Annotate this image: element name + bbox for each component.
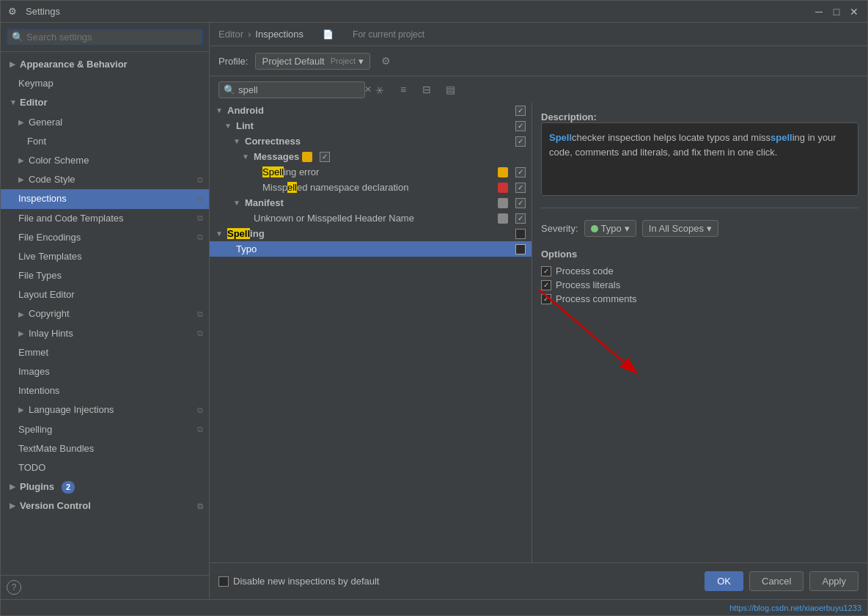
sidebar-search-wrapper[interactable]: 🔍 — [7, 29, 203, 45]
sidebar-item-lang-injections[interactable]: ▶ Language Injections ⧉ — [1, 400, 209, 419]
sidebar-item-label: Appearance & Behavior — [20, 58, 128, 71]
tree-checkbox[interactable] — [515, 106, 526, 116]
tree-checkbox[interactable] — [515, 213, 526, 224]
sidebar-item-color-scheme[interactable]: ▶ Color Scheme — [1, 151, 209, 170]
group-button[interactable]: ▤ — [441, 81, 459, 98]
sidebar-item-general[interactable]: ▶ General — [1, 113, 209, 132]
close-button[interactable]: ✕ — [848, 6, 860, 18]
option-item-process-comments: Process comments — [541, 292, 858, 306]
option-label-process-literals: Process literals — [556, 279, 620, 290]
copy-icon: ⧉ — [197, 175, 203, 186]
tree-checkbox[interactable] — [515, 136, 526, 147]
option-checkbox-process-comments[interactable] — [541, 294, 551, 304]
maximize-button[interactable]: □ — [831, 6, 842, 18]
sidebar-item-code-style[interactable]: ▶ Code Style ⧉ — [1, 170, 209, 189]
sidebar-item-appearance[interactable]: ▶ Appearance & Behavior — [1, 55, 209, 74]
tree-checkbox[interactable] — [515, 167, 526, 177]
tree-checkbox[interactable] — [515, 198, 526, 208]
tree-checkbox[interactable] — [320, 152, 330, 162]
sidebar-item-label: General — [29, 116, 62, 129]
cancel-button[interactable]: Cancel — [749, 571, 803, 591]
sidebar-item-label: Images — [18, 365, 50, 378]
minimize-button[interactable]: ─ — [813, 6, 825, 18]
sidebar-item-version-control[interactable]: ▶ Version Control ⧉ — [1, 496, 209, 516]
tree-item-messages[interactable]: ▼ Messages — [210, 149, 532, 164]
panels: ▼ Android ▼ Lint ▼ Correctness — [210, 103, 867, 562]
profile-label: Profile: — [218, 56, 248, 67]
tree-item-manifest[interactable]: ▼ Manifest — [210, 195, 532, 210]
filter-input[interactable] — [238, 84, 361, 95]
sidebar-item-textmate[interactable]: TextMate Bundles — [1, 439, 209, 458]
sidebar-item-layout-editor[interactable]: Layout Editor — [1, 285, 209, 304]
sidebar-item-inlay-hints[interactable]: ▶ Inlay Hints ⧉ — [1, 324, 209, 343]
sidebar-item-label: Inlay Hints — [29, 327, 73, 340]
sidebar-item-file-templates[interactable]: File and Code Templates ⧉ — [1, 209, 209, 228]
sidebar-item-label: Layout Editor — [18, 288, 75, 301]
sidebar-item-spelling[interactable]: Spelling ⧉ — [1, 420, 209, 439]
sidebar-item-copyright[interactable]: ▶ Copyright ⧉ — [1, 304, 209, 323]
ok-button[interactable]: OK — [705, 571, 743, 591]
tree-item-android[interactable]: ▼ Android — [210, 103, 532, 118]
disable-inspections-checkbox[interactable] — [218, 576, 229, 587]
tree-item-misspelled-namespace[interactable]: Misspelled namespace declaration — [210, 180, 532, 195]
sidebar-item-keymap[interactable]: Keymap — [1, 74, 209, 93]
apply-button[interactable]: Apply — [809, 571, 858, 591]
expand-icon: ▶ — [18, 117, 26, 128]
sidebar-item-images[interactable]: Images — [1, 362, 209, 381]
tree-checkbox[interactable] — [515, 121, 526, 131]
profile-dropdown[interactable]: Project Default Project ▾ — [255, 53, 370, 70]
tree-item-label: Typo — [236, 243, 257, 254]
expand-icon: ▼ — [233, 199, 242, 207]
expand-all-button[interactable]: ≡ — [394, 81, 412, 98]
spell-highlight: Spell — [549, 132, 572, 143]
scope-dropdown[interactable]: In All Scopes ▾ — [642, 220, 718, 237]
help-button[interactable]: ? — [7, 580, 21, 595]
sidebar-item-font[interactable]: Font — [1, 132, 209, 151]
gear-button[interactable]: ⚙ — [378, 52, 395, 70]
sidebar-item-emmet[interactable]: Emmet — [1, 343, 209, 362]
tree-item-spelling-error[interactable]: Spelling error — [210, 164, 532, 180]
option-checkbox-process-code[interactable] — [541, 266, 551, 276]
tree-item-label: Lint — [236, 120, 254, 131]
sidebar-list: ▶ Appearance & Behavior Keymap ▼ Editor … — [1, 52, 209, 575]
filter-button[interactable]: ⚹ — [371, 81, 389, 98]
tree-item-typo[interactable]: Typo — [210, 241, 532, 257]
tree-item-label: Android — [227, 105, 264, 116]
tree-checkbox[interactable] — [515, 244, 526, 254]
collapse-all-button[interactable]: ⊟ — [418, 81, 435, 98]
severity-label: Severity: — [541, 223, 578, 234]
sidebar-item-editor[interactable]: ▼ Editor — [1, 93, 209, 112]
sidebar-item-inspections[interactable]: Inspections ⧉ — [1, 189, 209, 208]
sidebar-search-input[interactable] — [26, 32, 198, 43]
status-url: https://blog.csdn.net/xiaoerbuyu1233 — [729, 604, 861, 612]
search-icon: 🔍 — [224, 84, 235, 95]
option-checkbox-process-literals[interactable] — [541, 280, 551, 290]
scope-arrow: ▾ — [707, 223, 712, 234]
tree-checkbox[interactable] — [515, 229, 526, 239]
filter-input-wrapper[interactable]: 🔍 ✕ — [218, 81, 365, 98]
sidebar-item-file-encodings[interactable]: File Encodings ⧉ — [1, 228, 209, 247]
bottom-buttons: OK Cancel Apply — [705, 571, 858, 591]
option-item-process-code: Process code — [541, 264, 858, 278]
options-title: Options — [541, 249, 858, 260]
window-controls: ─ □ ✕ — [813, 6, 860, 18]
tree-item-spelling-group[interactable]: ▼ Spelling — [210, 226, 532, 241]
sidebar-item-intentions[interactable]: Intentions — [1, 381, 209, 400]
sidebar-item-label: Intentions — [18, 384, 59, 397]
copy-icon: ⧉ — [197, 501, 203, 512]
sidebar-item-live-templates[interactable]: Live Templates — [1, 247, 209, 266]
inspections-toolbar: 🔍 ✕ ⚹ ≡ ⊟ ▤ — [210, 76, 867, 103]
sidebar-item-label: Keymap — [18, 77, 54, 90]
description-text: Spellchecker inspection helps locate typ… — [541, 122, 858, 196]
sidebar-item-file-types[interactable]: File Types — [1, 266, 209, 285]
sidebar-item-plugins[interactable]: ▶ Plugins 2 — [1, 477, 209, 496]
tree-item-correctness[interactable]: ▼ Correctness — [210, 133, 532, 149]
sidebar-item-todo[interactable]: TODO — [1, 458, 209, 477]
sidebar-item-label: Color Scheme — [29, 154, 89, 167]
tree-checkbox[interactable] — [515, 183, 526, 193]
tree-item-lint[interactable]: ▼ Lint — [210, 118, 532, 133]
tree-item-unknown-misspelled[interactable]: Unknown or Misspelled Header Name — [210, 210, 532, 226]
severity-dropdown[interactable]: Typo ▾ — [584, 220, 636, 237]
for-project-label: For current project — [353, 29, 424, 40]
sidebar-item-label: Editor — [20, 96, 48, 109]
